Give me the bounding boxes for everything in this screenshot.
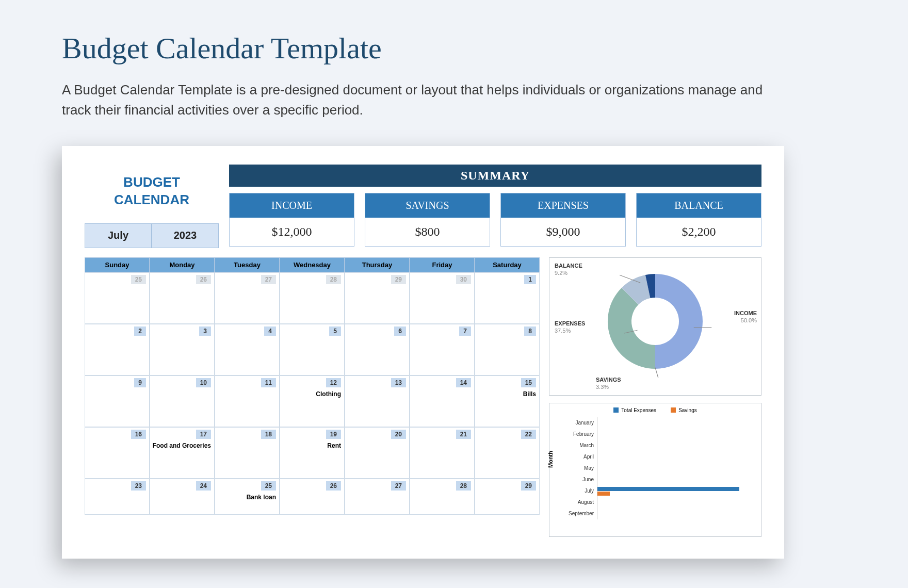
donut-label-income: INCOME [734,310,757,316]
calendar-cell[interactable]: 24 [150,479,215,515]
calendar-cell[interactable]: 13 [345,375,410,427]
summary-card-label: INCOME [230,193,354,218]
day-number: 9 [134,378,146,387]
summary-card: BALANCE$2,200 [636,193,761,247]
calendar-cell[interactable]: 22 [475,427,540,479]
day-header: Wednesday [280,257,345,272]
calendar-cell[interactable]: 25Bank loan [215,479,280,515]
calendar-cell[interactable]: 21 [410,427,475,479]
calendar-event: Food and Groceries [153,442,211,449]
calendar-cell[interactable]: 28 [280,272,345,324]
donut-label-balance: BALANCE [555,263,582,269]
day-number: 28 [326,275,341,284]
calendar-cell[interactable]: 6 [345,324,410,375]
day-header: Saturday [475,257,540,272]
calendar-cell[interactable]: 29 [475,479,540,515]
summary-card-value: $800 [365,218,490,246]
page-description: A Budget Calendar Template is a pre-desi… [62,80,784,120]
summary-card-value: $2,200 [637,218,761,246]
day-number: 19 [326,430,341,439]
bar-row: September [597,508,755,519]
svg-line-3 [655,367,658,378]
donut-chart: BALANCE 9.2% INCOME 50.0% EXPENSES 37.5%… [549,257,761,396]
month-year-selector[interactable]: July 2023 [85,223,219,248]
day-number: 6 [394,326,406,336]
calendar-cell[interactable]: 9 [85,375,150,427]
day-number: 28 [456,481,471,491]
page-title: Budget Calendar Template [62,31,846,66]
template-preview: BUDGET CALENDAR July 2023 SUMMARY INCOME… [62,146,784,559]
calendar-cell[interactable]: 17Food and Groceries [150,427,215,479]
day-header: Friday [410,257,475,272]
donut-label-savings: SAVINGS [596,377,621,383]
day-number: 13 [391,378,406,387]
calendar-cell[interactable]: 23 [85,479,150,515]
day-number: 29 [391,275,406,284]
year-cell[interactable]: 2023 [152,223,219,248]
bar-row: February [597,429,755,440]
calendar-cell[interactable]: 14 [410,375,475,427]
bar-row: March [597,440,755,451]
summary-card-value: $12,000 [230,218,354,246]
calendar-cell[interactable]: 15Bills [475,375,540,427]
calendar-cell[interactable]: 18 [215,427,280,479]
calendar-cell[interactable]: 27 [215,272,280,324]
day-number: 26 [326,481,341,491]
calendar-cell[interactable]: 28 [410,479,475,515]
calendar-cell[interactable]: 12Clothing [280,375,345,427]
day-number: 26 [196,275,211,284]
day-number: 17 [196,430,211,439]
summary-card: INCOME$12,000 [229,193,354,247]
summary-card: EXPENSES$9,000 [500,193,626,247]
bar-legend-expenses: Total Expenses [621,407,656,413]
month-cell[interactable]: July [85,223,152,248]
calendar-cell[interactable]: 8 [475,324,540,375]
day-number: 16 [131,430,146,439]
donut-svg [588,262,722,381]
day-number: 22 [521,430,536,439]
day-number: 1 [524,275,536,284]
day-number: 3 [199,326,211,336]
calendar-cell[interactable]: 3 [150,324,215,375]
summary-banner: SUMMARY [229,165,761,187]
calendar-cell[interactable]: 2 [85,324,150,375]
day-number: 2 [134,326,146,336]
calendar-cell[interactable]: 19Rent [280,427,345,479]
calendar-cell[interactable]: 25 [85,272,150,324]
calendar-cell[interactable]: 29 [345,272,410,324]
calendar-cell[interactable]: 26 [280,479,345,515]
day-number: 21 [456,430,471,439]
calendar-cell[interactable]: 27 [345,479,410,515]
calendar-cell[interactable]: 4 [215,324,280,375]
calendar-grid: SundayMondayTuesdayWednesdayThursdayFrid… [85,257,540,537]
calendar-cell[interactable]: 1 [475,272,540,324]
summary-card-value: $9,000 [501,218,625,246]
day-number: 4 [264,326,276,336]
summary-card-label: SAVINGS [365,193,490,218]
day-number: 20 [391,430,406,439]
calendar-cell[interactable]: 7 [410,324,475,375]
summary-card-label: BALANCE [637,193,761,218]
calendar-cell[interactable]: 20 [345,427,410,479]
bar-y-axis-label: Month [547,451,554,468]
day-number: 24 [196,481,211,491]
calendar-event: Clothing [316,390,341,398]
summary-card: SAVINGS$800 [365,193,490,247]
calendar-cell[interactable]: 5 [280,324,345,375]
day-number: 27 [391,481,406,491]
day-number: 7 [459,326,471,336]
bar-row: April [597,451,755,463]
day-number: 8 [524,326,536,336]
calendar-cell[interactable]: 11 [215,375,280,427]
calendar-cell[interactable]: 16 [85,427,150,479]
donut-label-expenses: EXPENSES [555,320,585,326]
day-number: 10 [196,378,211,387]
day-number: 23 [131,481,146,491]
calendar-cell[interactable]: 26 [150,272,215,324]
calendar-cell[interactable]: 30 [410,272,475,324]
bar-row: January [597,417,755,429]
bar-row: July [597,485,755,497]
calendar-event: Bank loan [247,494,276,501]
day-header: Tuesday [215,257,280,272]
calendar-cell[interactable]: 10 [150,375,215,427]
